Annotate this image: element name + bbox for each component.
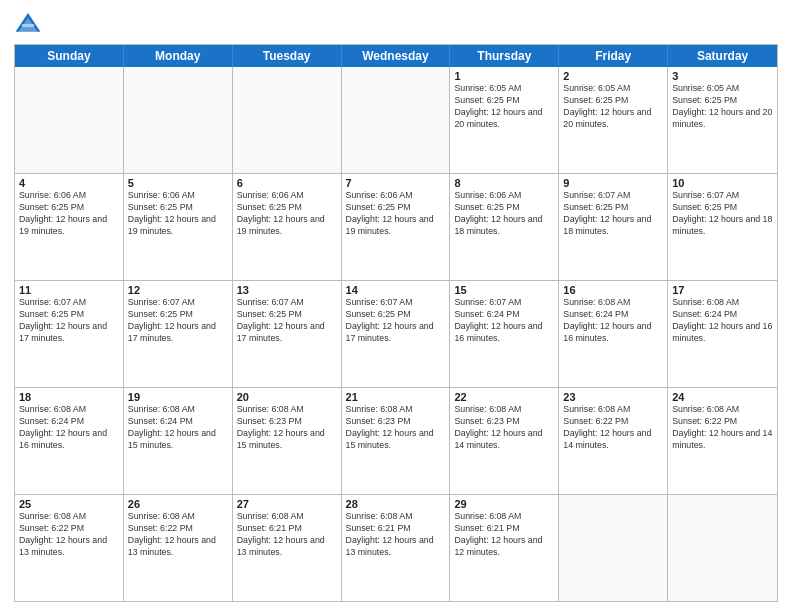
- empty-cell-4-5: [559, 495, 668, 601]
- day-cell-6: 6Sunrise: 6:06 AM Sunset: 6:25 PM Daylig…: [233, 174, 342, 280]
- day-number: 11: [19, 284, 119, 296]
- day-info: Sunrise: 6:07 AM Sunset: 6:25 PM Dayligh…: [346, 297, 446, 345]
- calendar-body: 1Sunrise: 6:05 AM Sunset: 6:25 PM Daylig…: [15, 67, 777, 601]
- day-cell-22: 22Sunrise: 6:08 AM Sunset: 6:23 PM Dayli…: [450, 388, 559, 494]
- day-cell-11: 11Sunrise: 6:07 AM Sunset: 6:25 PM Dayli…: [15, 281, 124, 387]
- day-cell-14: 14Sunrise: 6:07 AM Sunset: 6:25 PM Dayli…: [342, 281, 451, 387]
- day-number: 15: [454, 284, 554, 296]
- empty-cell-0-2: [233, 67, 342, 173]
- day-number: 3: [672, 70, 773, 82]
- calendar-row-3: 18Sunrise: 6:08 AM Sunset: 6:24 PM Dayli…: [15, 387, 777, 494]
- weekday-header-saturday: Saturday: [668, 45, 777, 67]
- svg-rect-2: [22, 24, 34, 27]
- day-cell-21: 21Sunrise: 6:08 AM Sunset: 6:23 PM Dayli…: [342, 388, 451, 494]
- day-number: 14: [346, 284, 446, 296]
- day-cell-9: 9Sunrise: 6:07 AM Sunset: 6:25 PM Daylig…: [559, 174, 668, 280]
- day-number: 2: [563, 70, 663, 82]
- day-info: Sunrise: 6:08 AM Sunset: 6:22 PM Dayligh…: [19, 511, 119, 559]
- calendar-row-1: 4Sunrise: 6:06 AM Sunset: 6:25 PM Daylig…: [15, 173, 777, 280]
- empty-cell-0-0: [15, 67, 124, 173]
- day-number: 13: [237, 284, 337, 296]
- page: SundayMondayTuesdayWednesdayThursdayFrid…: [0, 0, 792, 612]
- day-info: Sunrise: 6:06 AM Sunset: 6:25 PM Dayligh…: [346, 190, 446, 238]
- day-number: 21: [346, 391, 446, 403]
- day-cell-27: 27Sunrise: 6:08 AM Sunset: 6:21 PM Dayli…: [233, 495, 342, 601]
- weekday-header-tuesday: Tuesday: [233, 45, 342, 67]
- day-cell-10: 10Sunrise: 6:07 AM Sunset: 6:25 PM Dayli…: [668, 174, 777, 280]
- day-cell-13: 13Sunrise: 6:07 AM Sunset: 6:25 PM Dayli…: [233, 281, 342, 387]
- day-cell-5: 5Sunrise: 6:06 AM Sunset: 6:25 PM Daylig…: [124, 174, 233, 280]
- day-info: Sunrise: 6:06 AM Sunset: 6:25 PM Dayligh…: [128, 190, 228, 238]
- day-number: 8: [454, 177, 554, 189]
- day-cell-8: 8Sunrise: 6:06 AM Sunset: 6:25 PM Daylig…: [450, 174, 559, 280]
- day-info: Sunrise: 6:08 AM Sunset: 6:24 PM Dayligh…: [672, 297, 773, 345]
- day-info: Sunrise: 6:07 AM Sunset: 6:25 PM Dayligh…: [19, 297, 119, 345]
- day-info: Sunrise: 6:08 AM Sunset: 6:21 PM Dayligh…: [346, 511, 446, 559]
- day-number: 23: [563, 391, 663, 403]
- calendar-row-4: 25Sunrise: 6:08 AM Sunset: 6:22 PM Dayli…: [15, 494, 777, 601]
- day-info: Sunrise: 6:06 AM Sunset: 6:25 PM Dayligh…: [454, 190, 554, 238]
- weekday-header-monday: Monday: [124, 45, 233, 67]
- day-info: Sunrise: 6:05 AM Sunset: 6:25 PM Dayligh…: [672, 83, 773, 131]
- day-info: Sunrise: 6:08 AM Sunset: 6:23 PM Dayligh…: [346, 404, 446, 452]
- day-number: 7: [346, 177, 446, 189]
- day-number: 4: [19, 177, 119, 189]
- day-cell-3: 3Sunrise: 6:05 AM Sunset: 6:25 PM Daylig…: [668, 67, 777, 173]
- day-info: Sunrise: 6:08 AM Sunset: 6:24 PM Dayligh…: [563, 297, 663, 345]
- day-info: Sunrise: 6:08 AM Sunset: 6:22 PM Dayligh…: [672, 404, 773, 452]
- day-number: 28: [346, 498, 446, 510]
- day-info: Sunrise: 6:08 AM Sunset: 6:24 PM Dayligh…: [128, 404, 228, 452]
- day-info: Sunrise: 6:07 AM Sunset: 6:24 PM Dayligh…: [454, 297, 554, 345]
- day-cell-19: 19Sunrise: 6:08 AM Sunset: 6:24 PM Dayli…: [124, 388, 233, 494]
- day-number: 16: [563, 284, 663, 296]
- day-info: Sunrise: 6:08 AM Sunset: 6:21 PM Dayligh…: [454, 511, 554, 559]
- day-info: Sunrise: 6:05 AM Sunset: 6:25 PM Dayligh…: [454, 83, 554, 131]
- day-info: Sunrise: 6:07 AM Sunset: 6:25 PM Dayligh…: [237, 297, 337, 345]
- empty-cell-4-6: [668, 495, 777, 601]
- day-cell-26: 26Sunrise: 6:08 AM Sunset: 6:22 PM Dayli…: [124, 495, 233, 601]
- day-cell-28: 28Sunrise: 6:08 AM Sunset: 6:21 PM Dayli…: [342, 495, 451, 601]
- day-number: 19: [128, 391, 228, 403]
- day-number: 25: [19, 498, 119, 510]
- day-cell-20: 20Sunrise: 6:08 AM Sunset: 6:23 PM Dayli…: [233, 388, 342, 494]
- calendar-row-2: 11Sunrise: 6:07 AM Sunset: 6:25 PM Dayli…: [15, 280, 777, 387]
- day-number: 18: [19, 391, 119, 403]
- day-info: Sunrise: 6:07 AM Sunset: 6:25 PM Dayligh…: [128, 297, 228, 345]
- calendar: SundayMondayTuesdayWednesdayThursdayFrid…: [14, 44, 778, 602]
- day-cell-7: 7Sunrise: 6:06 AM Sunset: 6:25 PM Daylig…: [342, 174, 451, 280]
- day-cell-16: 16Sunrise: 6:08 AM Sunset: 6:24 PM Dayli…: [559, 281, 668, 387]
- day-cell-2: 2Sunrise: 6:05 AM Sunset: 6:25 PM Daylig…: [559, 67, 668, 173]
- day-number: 10: [672, 177, 773, 189]
- day-number: 26: [128, 498, 228, 510]
- day-info: Sunrise: 6:07 AM Sunset: 6:25 PM Dayligh…: [672, 190, 773, 238]
- day-number: 12: [128, 284, 228, 296]
- day-number: 1: [454, 70, 554, 82]
- day-cell-1: 1Sunrise: 6:05 AM Sunset: 6:25 PM Daylig…: [450, 67, 559, 173]
- header: [14, 10, 778, 38]
- day-cell-4: 4Sunrise: 6:06 AM Sunset: 6:25 PM Daylig…: [15, 174, 124, 280]
- day-info: Sunrise: 6:08 AM Sunset: 6:22 PM Dayligh…: [128, 511, 228, 559]
- day-info: Sunrise: 6:07 AM Sunset: 6:25 PM Dayligh…: [563, 190, 663, 238]
- day-cell-29: 29Sunrise: 6:08 AM Sunset: 6:21 PM Dayli…: [450, 495, 559, 601]
- day-number: 27: [237, 498, 337, 510]
- empty-cell-0-3: [342, 67, 451, 173]
- day-info: Sunrise: 6:08 AM Sunset: 6:21 PM Dayligh…: [237, 511, 337, 559]
- day-number: 6: [237, 177, 337, 189]
- day-number: 24: [672, 391, 773, 403]
- day-number: 29: [454, 498, 554, 510]
- day-cell-23: 23Sunrise: 6:08 AM Sunset: 6:22 PM Dayli…: [559, 388, 668, 494]
- logo: [14, 10, 46, 38]
- day-info: Sunrise: 6:06 AM Sunset: 6:25 PM Dayligh…: [237, 190, 337, 238]
- weekday-header-wednesday: Wednesday: [342, 45, 451, 67]
- day-info: Sunrise: 6:08 AM Sunset: 6:23 PM Dayligh…: [237, 404, 337, 452]
- weekday-header-friday: Friday: [559, 45, 668, 67]
- day-cell-17: 17Sunrise: 6:08 AM Sunset: 6:24 PM Dayli…: [668, 281, 777, 387]
- calendar-header: SundayMondayTuesdayWednesdayThursdayFrid…: [15, 45, 777, 67]
- day-info: Sunrise: 6:08 AM Sunset: 6:23 PM Dayligh…: [454, 404, 554, 452]
- day-cell-18: 18Sunrise: 6:08 AM Sunset: 6:24 PM Dayli…: [15, 388, 124, 494]
- day-number: 5: [128, 177, 228, 189]
- day-cell-24: 24Sunrise: 6:08 AM Sunset: 6:22 PM Dayli…: [668, 388, 777, 494]
- day-number: 17: [672, 284, 773, 296]
- empty-cell-0-1: [124, 67, 233, 173]
- day-cell-15: 15Sunrise: 6:07 AM Sunset: 6:24 PM Dayli…: [450, 281, 559, 387]
